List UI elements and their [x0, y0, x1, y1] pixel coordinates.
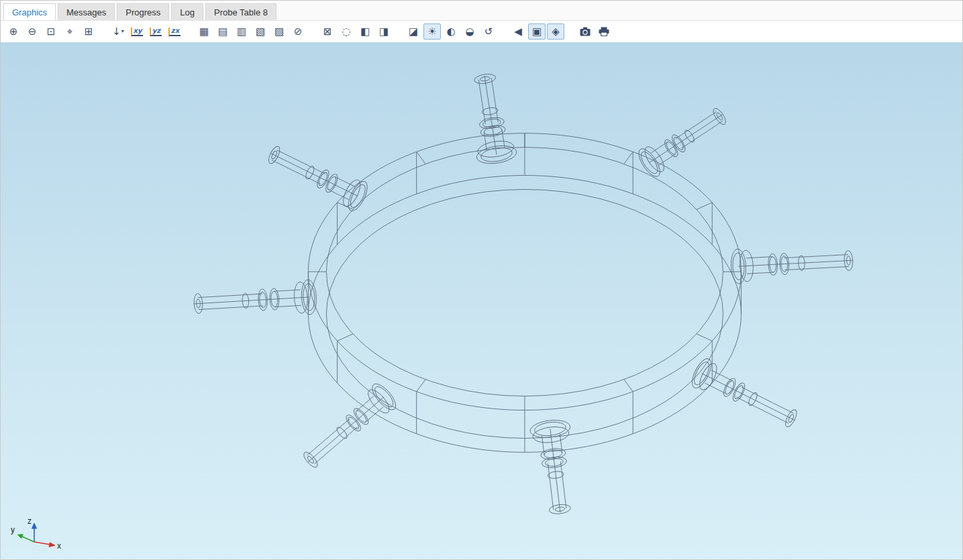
tab-progress[interactable]: Progress: [117, 3, 169, 20]
image-snapshot-button[interactable]: [576, 23, 594, 40]
select-lasso-button[interactable]: ◌: [338, 23, 355, 40]
toolbar-group-scene: ◪☀◐◒↺: [405, 23, 497, 40]
environment-reflections-button[interactable]: ◐: [442, 23, 460, 40]
tab-log[interactable]: Log: [171, 3, 203, 20]
toolbar-group-selection: ⊠◌◧◨: [319, 23, 393, 40]
zoom-box-button[interactable]: ⊡: [42, 23, 60, 40]
tab-graphics[interactable]: Graphics: [3, 3, 56, 20]
graphics-toolbar: ⊕⊖⊡⌖⊞↓▾xyyzzx▦▤▥▧▨⊘⊠◌◧◨◪☀◐◒↺◀▣◈: [1, 21, 962, 42]
print-button[interactable]: [595, 23, 613, 40]
tab-probe-table-8[interactable]: Probe Table 8: [205, 3, 276, 20]
go-to-zx-view-button[interactable]: zx: [166, 23, 183, 40]
toolbar-group-capture: [576, 23, 613, 40]
reset-hiding-button[interactable]: ⊘: [289, 23, 307, 40]
tab-messages[interactable]: Messages: [58, 3, 115, 20]
go-to-default-view-button[interactable]: ↓▾: [109, 23, 127, 40]
highlight-selection-button[interactable]: ◨: [375, 23, 393, 40]
zoom-in-button[interactable]: ⊕: [5, 23, 22, 40]
zoom-extents-button[interactable]: ⌖: [61, 23, 79, 40]
toolbar-group-views: ↓▾xyyzzx: [109, 23, 183, 40]
axis-orientation-triad: y z x: [9, 515, 65, 553]
tab-bar: GraphicsMessagesProgressLogProbe Table 8: [1, 1, 962, 21]
show-selection-colors-button[interactable]: ▥: [233, 23, 250, 40]
go-to-yz-view-button[interactable]: yz: [147, 23, 164, 40]
show-skybox-button[interactable]: ◒: [461, 23, 478, 40]
graphics-canvas[interactable]: y z x: [1, 42, 962, 559]
show-material-color-button[interactable]: ▤: [214, 23, 232, 40]
axis-label-y: y: [11, 525, 15, 535]
reset-camera-button[interactable]: ↺: [480, 23, 497, 40]
axis-label-x: x: [57, 541, 61, 551]
axis-label-z: z: [28, 516, 32, 526]
zoom-to-selection-button[interactable]: ⊞: [80, 23, 97, 40]
model-wireframe: [1, 42, 962, 559]
transparency-button[interactable]: ◪: [405, 23, 422, 40]
graphics-window: GraphicsMessagesProgressLogProbe Table 8…: [0, 0, 963, 560]
scene-light-button[interactable]: ☀: [423, 23, 441, 40]
toolbar-group-display: ▦▤▥▧▨⊘: [195, 23, 307, 40]
sound-button[interactable]: ◀: [509, 23, 527, 40]
select-box-button[interactable]: ⊠: [319, 23, 336, 40]
zoom-out-button[interactable]: ⊖: [23, 23, 41, 40]
show-axes-button[interactable]: ◈: [547, 23, 564, 40]
toolbar-group-annotations: ◀▣◈: [509, 23, 564, 40]
go-to-xy-view-button[interactable]: xy: [128, 23, 146, 40]
zoom-selection-button[interactable]: ◧: [356, 23, 374, 40]
toolbar-group-zoom: ⊕⊖⊡⌖⊞: [5, 23, 97, 40]
view-hidden-only-button[interactable]: ▧: [252, 23, 269, 40]
wireframe-rendering-button[interactable]: ▨: [270, 23, 288, 40]
show-color-legend-button[interactable]: ▣: [528, 23, 546, 40]
show-grid-button[interactable]: ▦: [195, 23, 213, 40]
